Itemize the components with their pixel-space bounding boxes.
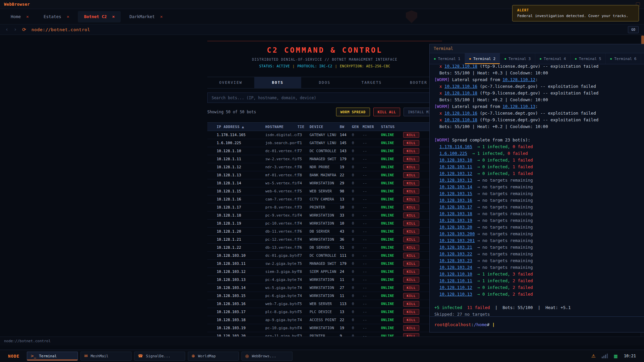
browser-tab[interactable]: Botnet C2 ×: [78, 11, 121, 22]
kill-button[interactable]: KILL: [403, 253, 419, 258]
refresh-icon[interactable]: ⟳: [22, 27, 26, 32]
ip-link[interactable]: 10.128.103.10: [439, 158, 472, 163]
ip-link[interactable]: 10.128.110.18: [444, 65, 477, 69]
kill-button[interactable]: KILL: [403, 156, 419, 162]
kill-button[interactable]: KILL: [403, 325, 419, 331]
scrollbar-thumb[interactable]: [641, 36, 644, 44]
kill-button[interactable]: KILL: [403, 269, 419, 275]
ip-link[interactable]: 10.128.103.14: [439, 184, 472, 189]
taskbar-app[interactable]: ◎ WebBrows...: [241, 352, 292, 361]
ip-link[interactable]: 10.128.103.21: [439, 245, 472, 250]
page-nav-tab[interactable]: TARGETS: [348, 77, 395, 88]
ip-link[interactable]: 1.6.100.225: [439, 151, 467, 156]
page-nav-tab[interactable]: OVERVIEW: [207, 77, 254, 88]
kill-button[interactable]: KILL: [403, 172, 419, 178]
kill-button[interactable]: KILL: [403, 213, 419, 218]
ip-link[interactable]: 10.128.103.15: [439, 191, 472, 196]
kill-button[interactable]: KILL: [403, 148, 419, 154]
column-header[interactable]: BW: [340, 125, 352, 129]
kill-button[interactable]: KILL: [403, 221, 419, 226]
ip-link[interactable]: 10.128.110.12: [502, 77, 535, 82]
kill-button[interactable]: KILL: [403, 132, 419, 138]
kill-button[interactable]: KILL: [403, 309, 419, 315]
ip-link[interactable]: 10.128.103.22: [439, 251, 472, 256]
ip-link[interactable]: 10.128.103.16: [439, 198, 472, 203]
kill-button[interactable]: KILL: [403, 277, 419, 283]
ip-link[interactable]: 1.178.114.165: [439, 144, 472, 149]
ip-link[interactable]: 10.128.110.16: [444, 84, 477, 89]
url-input[interactable]: [32, 27, 623, 32]
kill-button[interactable]: KILL: [403, 245, 419, 250]
warning-icon[interactable]: ⚠: [591, 353, 596, 359]
kill-button[interactable]: KILL: [403, 285, 419, 291]
go-button[interactable]: GO: [628, 26, 639, 33]
ip-link[interactable]: 10.128.103.17: [439, 204, 472, 209]
terminal-titlebar[interactable]: Terminal: [430, 44, 644, 53]
search-input[interactable]: [207, 93, 442, 103]
ip-link[interactable]: 10.128.110.13: [439, 292, 472, 297]
column-header[interactable]: IP ADDRESS ▲: [217, 125, 265, 129]
taskbar-app[interactable]: >_ Terminal: [27, 352, 78, 361]
tab-close-icon[interactable]: ×: [160, 14, 163, 19]
kill-button[interactable]: KILL: [403, 196, 419, 202]
ip-link[interactable]: 10.128.103.11: [439, 164, 472, 169]
alert-notification[interactable]: ALERT Federal investigation detected. Co…: [512, 5, 639, 21]
kill-button[interactable]: KILL: [403, 317, 419, 323]
ip-link[interactable]: 10.128.110.18: [444, 90, 477, 96]
ip-link[interactable]: 10.128.103.19: [439, 218, 472, 223]
column-header[interactable]: MINER: [363, 125, 381, 129]
terminal-tab[interactable]: ● Terminal 5: [571, 53, 606, 64]
kill-button[interactable]: KILL: [403, 204, 419, 210]
tab-close-icon[interactable]: ×: [112, 14, 115, 19]
ip-link[interactable]: 10.128.110.18: [444, 117, 477, 122]
network-grid-icon[interactable]: ▦: [614, 354, 618, 359]
terminal-prompt[interactable]: root@localhost:/home# |: [430, 316, 644, 332]
ip-link[interactable]: 10.128.103.12: [439, 171, 472, 176]
column-header[interactable]: HOSTNAME: [265, 125, 298, 129]
terminal-tab[interactable]: ● Terminal 3: [500, 53, 535, 64]
start-button[interactable]: NODE: [3, 354, 24, 359]
terminal-tab[interactable]: ● Terminal 2: [465, 53, 500, 64]
kill-button[interactable]: KILL: [403, 188, 419, 194]
page-nav-tab[interactable]: BOTS: [254, 77, 301, 88]
terminal-tab[interactable]: ● Terminal 4: [535, 53, 571, 64]
ip-link[interactable]: 10.128.110.10: [439, 272, 472, 277]
taskbar-app[interactable]: ⊕ WorldMap: [188, 352, 239, 361]
kill-button[interactable]: KILL: [403, 301, 419, 307]
ip-link[interactable]: 10.128.110.11: [439, 278, 472, 283]
taskbar-app[interactable]: ☎ SignalDe...: [134, 352, 185, 361]
column-header[interactable]: STATUS: [381, 125, 403, 129]
column-header[interactable]: TIE: [298, 125, 310, 129]
page-nav-tab[interactable]: DDOS: [301, 77, 348, 88]
ip-link[interactable]: 10.128.110.16: [444, 111, 477, 116]
kill-button[interactable]: KILL: [403, 333, 419, 337]
back-icon[interactable]: ‹: [5, 26, 8, 33]
browser-tab[interactable]: Estates ×: [38, 11, 75, 22]
column-header[interactable]: DEVICE: [310, 125, 340, 129]
tab-close-icon[interactable]: ×: [67, 14, 69, 19]
ip-link[interactable]: 10.128.103.20: [439, 225, 472, 230]
ip-link[interactable]: 10.128.103.24: [439, 265, 472, 270]
worm-spread-button[interactable]: WORM SPREAD: [336, 108, 370, 116]
kill-button[interactable]: KILL: [403, 164, 419, 170]
browser-tab[interactable]: Home ×: [5, 11, 35, 22]
kill-button[interactable]: KILL: [403, 261, 419, 266]
kill-button[interactable]: KILL: [403, 180, 419, 186]
tab-close-icon[interactable]: ×: [26, 14, 29, 19]
forward-icon[interactable]: ›: [14, 26, 17, 33]
kill-button[interactable]: KILL: [403, 229, 419, 234]
column-header[interactable]: GEN: [352, 125, 363, 129]
ip-link[interactable]: 10.128.103.200: [439, 231, 475, 236]
browser-tab[interactable]: DarkMarket ×: [123, 11, 169, 22]
kill-button[interactable]: KILL: [403, 140, 419, 146]
ip-link[interactable]: 10.128.103.23: [439, 258, 472, 263]
ip-link[interactable]: 10.128.103.201: [439, 238, 475, 243]
ip-link[interactable]: 10.128.110.12: [439, 285, 472, 290]
ip-link[interactable]: 10.128.110.13: [502, 104, 535, 109]
ip-link[interactable]: 10.128.103.13: [439, 178, 472, 183]
ip-link[interactable]: 10.128.103.18: [439, 211, 472, 216]
taskbar-app[interactable]: ✉ MeshMail: [80, 352, 131, 361]
kill-button[interactable]: KILL: [403, 237, 419, 242]
kill-all-button[interactable]: KILL ALL: [373, 108, 400, 116]
terminal-tab[interactable]: ● Terminal 1: [430, 53, 465, 64]
